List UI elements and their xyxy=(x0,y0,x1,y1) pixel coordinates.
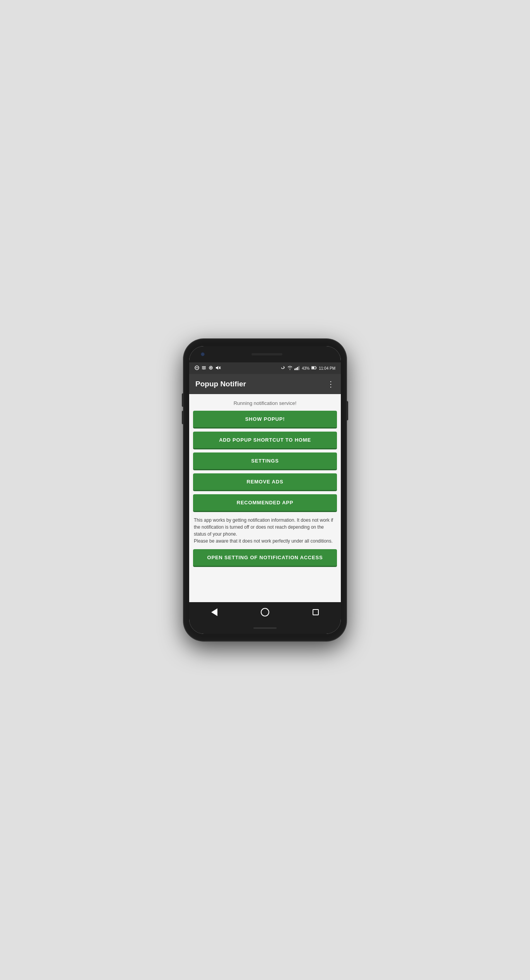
svg-rect-11 xyxy=(294,369,296,370)
status-time: 11:04 PM xyxy=(319,366,335,370)
back-button[interactable] xyxy=(207,604,222,620)
add-shortcut-button[interactable]: ADD POPUP SHORTCUT TO HOME xyxy=(193,432,337,449)
remove-ads-button[interactable]: REMOVE ADS xyxy=(193,473,337,491)
svg-rect-12 xyxy=(296,368,297,370)
signal-icon xyxy=(294,366,300,371)
home-icon xyxy=(261,608,269,616)
svg-rect-13 xyxy=(297,367,298,370)
recent-icon xyxy=(313,609,319,615)
svg-rect-17 xyxy=(312,367,315,369)
home-button[interactable] xyxy=(257,604,273,620)
mute-icon xyxy=(215,365,221,371)
status-left-icons: 8 xyxy=(195,365,221,371)
bottom-bezel xyxy=(189,622,341,634)
record-icon xyxy=(209,365,213,371)
sync-icon xyxy=(281,366,286,371)
recent-button[interactable] xyxy=(308,604,323,620)
recommended-app-button[interactable]: RECOMMENDED APP xyxy=(193,494,337,512)
open-notification-access-button[interactable]: OPEN SETTING OF NOTIFICATION ACCESS xyxy=(193,549,337,567)
bottom-nav xyxy=(189,602,341,622)
speaker-grille xyxy=(251,353,282,355)
volume-down-button[interactable] xyxy=(182,411,184,424)
volume-up-button[interactable] xyxy=(182,393,184,407)
svg-rect-14 xyxy=(299,366,300,370)
status-bar: 8 xyxy=(189,362,341,374)
list-icon: 8 xyxy=(202,365,206,371)
settings-button[interactable]: SETTINGS xyxy=(193,452,337,470)
svg-marker-8 xyxy=(216,366,218,370)
battery-icon xyxy=(311,366,317,370)
phone-screen: 8 xyxy=(189,346,341,634)
status-right-icons: 43% 11:04 PM xyxy=(281,366,335,371)
svg-rect-16 xyxy=(316,367,317,369)
top-bezel xyxy=(189,346,341,362)
show-popup-button[interactable]: SHOW POPUP! xyxy=(193,411,337,429)
power-button[interactable] xyxy=(346,401,348,420)
battery-percent: 43% xyxy=(302,366,309,370)
phone-device: 8 xyxy=(184,339,346,641)
app-bar: Popup Notifier ⋮ xyxy=(189,374,341,394)
minus-circle-icon xyxy=(195,365,199,371)
wifi-icon xyxy=(287,366,292,371)
main-content: Running notification service! SHOW POPUP… xyxy=(189,394,341,602)
status-message: Running notification service! xyxy=(193,399,337,408)
back-icon xyxy=(211,608,217,616)
app-title: Popup Notifier xyxy=(195,380,246,388)
svg-rect-2 xyxy=(202,366,206,367)
info-description: This app works by getting notification i… xyxy=(193,515,337,546)
camera-icon xyxy=(201,352,205,356)
overflow-menu-button[interactable]: ⋮ xyxy=(327,379,335,389)
svg-point-7 xyxy=(210,367,212,369)
bottom-bar xyxy=(253,627,277,629)
